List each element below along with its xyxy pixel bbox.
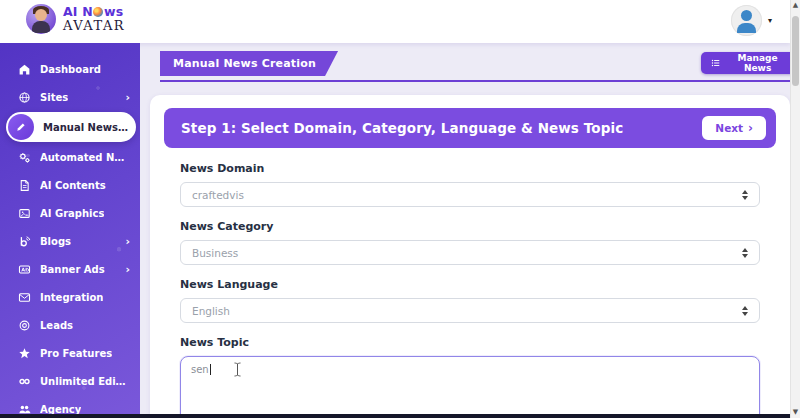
sidebar-item-automated-news-feed[interactable]: Automated News Feed xyxy=(0,143,140,171)
sidebar-item-pro-features[interactable]: Pro Features xyxy=(0,339,140,367)
news-topic-value: sen xyxy=(191,364,209,375)
chevron-right-icon: › xyxy=(125,91,130,104)
chevron-right-icon: › xyxy=(125,263,130,276)
gears-icon xyxy=(17,150,31,164)
scroll-up-arrow[interactable]: ▲ xyxy=(793,0,798,11)
page-title: Manual News Creation xyxy=(160,51,338,76)
banner-ad-icon xyxy=(17,262,31,276)
sidebar-item-banner-ads[interactable]: Banner Ads › xyxy=(0,255,140,283)
ibeam-cursor-icon xyxy=(233,362,242,377)
app-window: AI Nws AVATAR ▾ Dashboard Sites › xyxy=(0,0,800,418)
news-topic-textarea[interactable]: sen xyxy=(180,356,760,418)
topbar: AI Nws AVATAR ▾ xyxy=(0,0,790,43)
scroll-down-arrow[interactable]: ▼ xyxy=(793,407,798,418)
next-button[interactable]: Next › xyxy=(702,116,766,140)
step-header: Step 1: Select Domain, Category, Languag… xyxy=(164,108,776,148)
select-arrows-icon xyxy=(742,306,748,316)
chevron-right-icon: › xyxy=(125,235,130,248)
sidebar-item-manual-news-creation[interactable]: Manual News Creation xyxy=(6,112,136,142)
caret-down-icon: ▾ xyxy=(768,16,772,25)
window-bottom-edge xyxy=(0,414,790,418)
news-domain-label: News Domain xyxy=(180,162,760,175)
sidebar-item-integration[interactable]: Integration xyxy=(0,283,140,311)
document-icon xyxy=(17,178,31,192)
news-category-label: News Category xyxy=(180,220,760,233)
sidebar-item-blogs[interactable]: Blogs › xyxy=(0,227,140,255)
app-logo[interactable]: AI Nws AVATAR xyxy=(26,4,125,34)
list-icon xyxy=(711,58,720,68)
logo-subtitle: AVATAR xyxy=(63,19,125,32)
news-domain-select[interactable]: craftedvis xyxy=(180,182,760,207)
sidebar-item-unlimited-edition[interactable]: Unlimited Edition xyxy=(0,367,140,395)
sidebar-item-ai-contents[interactable]: AI Contents xyxy=(0,171,140,199)
scrollbar-thumb[interactable] xyxy=(792,16,799,86)
home-icon xyxy=(17,62,31,76)
text-caret xyxy=(210,364,211,375)
title-underline xyxy=(160,80,790,82)
sidebar-item-dashboard[interactable]: Dashboard xyxy=(0,55,140,83)
star-icon xyxy=(17,346,31,360)
news-category-value: Business xyxy=(192,247,238,259)
sidebar-item-ai-graphics[interactable]: AI Graphics xyxy=(0,199,140,227)
news-category-select[interactable]: Business xyxy=(180,240,760,265)
step-card: Step 1: Select Domain, Category, Languag… xyxy=(150,95,790,418)
chevron-right-icon: › xyxy=(748,122,753,134)
target-icon xyxy=(17,318,31,332)
sidebar-item-leads[interactable]: Leads xyxy=(0,311,140,339)
news-domain-value: craftedvis xyxy=(192,189,244,201)
vertical-scrollbar[interactable]: ▲ ▼ xyxy=(790,0,800,418)
infinity-icon xyxy=(17,374,31,388)
step-form: News Domain craftedvis News Category Bus… xyxy=(164,148,776,418)
news-language-label: News Language xyxy=(180,278,760,291)
sidebar-item-sites[interactable]: Sites › xyxy=(0,83,140,111)
pencil-icon xyxy=(8,114,34,140)
select-arrows-icon xyxy=(742,190,748,200)
step-title: Step 1: Select Domain, Category, Languag… xyxy=(181,120,623,136)
news-topic-label: News Topic xyxy=(180,336,760,349)
logo-avatar-image xyxy=(26,4,56,34)
logo-title: AI Nws xyxy=(63,6,125,19)
globe-icon xyxy=(17,90,31,104)
select-arrows-icon xyxy=(742,248,748,258)
blog-icon xyxy=(17,234,31,248)
news-language-select[interactable]: English xyxy=(180,298,760,323)
envelope-icon xyxy=(17,290,31,304)
globe-icon xyxy=(93,7,103,17)
news-language-value: English xyxy=(192,305,230,317)
manage-news-button[interactable]: Manage News xyxy=(701,52,800,74)
user-avatar-icon xyxy=(731,5,762,36)
user-menu-button[interactable]: ▾ xyxy=(731,5,772,36)
sidebar: Dashboard Sites › Manual News Creation A… xyxy=(0,43,140,418)
image-icon xyxy=(17,206,31,220)
